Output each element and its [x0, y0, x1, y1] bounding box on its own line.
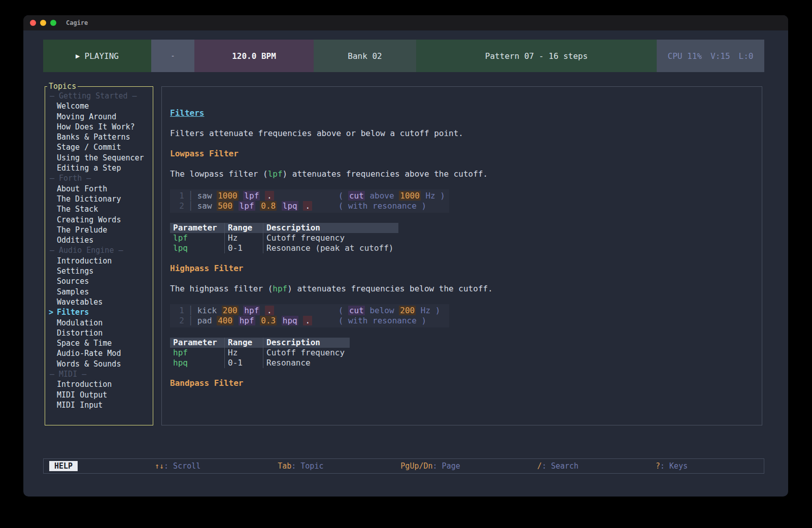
- sidebar-item-space-time[interactable]: Space & Time: [45, 338, 153, 348]
- sidebar-section-getting-started: — Getting Started —: [45, 91, 153, 101]
- help-content: FiltersFilters attenuate frequencies abo…: [162, 87, 762, 388]
- sidebar-item-banks-patterns[interactable]: Banks & Patterns: [45, 132, 153, 142]
- table-header-row: ParameterRangeDescription: [170, 223, 398, 233]
- comment-token: cut: [348, 191, 365, 201]
- code-comment: ( with resonance ): [339, 316, 426, 326]
- table-cell: Cutoff frequency: [263, 233, 398, 243]
- transport-status: ▶ PLAYING: [43, 40, 151, 72]
- code-tokens: saw 500 lpf 0.8 lpq .: [197, 201, 339, 211]
- sidebar-item-label: MIDI Input: [57, 401, 103, 410]
- doc-heading-lowpass-filter: Lowpass Filter: [170, 149, 752, 159]
- table-cell: hpf: [170, 348, 224, 358]
- line-separator: │: [188, 316, 193, 326]
- sidebar-item-label: Settings: [57, 267, 93, 276]
- table-header-cell: Range: [224, 338, 263, 348]
- key-label: /: [537, 461, 542, 471]
- sidebar-item-label: About Forth: [57, 184, 107, 193]
- table-header-cell: Description: [263, 338, 350, 348]
- key-label: PgUp/Dn: [400, 461, 432, 471]
- key-hint-keys: ?: Keys: [656, 461, 688, 471]
- code-token: 200: [222, 306, 239, 315]
- sidebar-item-welcome[interactable]: Welcome: [45, 101, 153, 111]
- line-number: 1: [176, 191, 184, 201]
- code-token: saw: [197, 201, 212, 211]
- selected-marker: >: [49, 307, 53, 317]
- sidebar-item-moving-around[interactable]: Moving Around: [45, 112, 153, 122]
- line-separator: │: [188, 201, 193, 211]
- sidebar-item-label: Using the Sequencer: [57, 153, 144, 162]
- sidebar-item-distortion[interactable]: Distortion: [45, 328, 153, 338]
- line-number: 2: [176, 316, 184, 326]
- code-tokens: saw 1000 lpf .: [197, 191, 339, 201]
- doc-heading-bandpass-filter: Bandpass Filter: [170, 378, 752, 388]
- minimize-button[interactable]: [40, 20, 46, 26]
- doc-paragraph: The lowpass filter (lpf) attenuates freq…: [170, 169, 752, 179]
- sidebar-item-stage-commit[interactable]: Stage / Commit: [45, 142, 153, 152]
- cpu-stat: CPU 11%: [668, 51, 702, 61]
- code-comment: ( cut below 200 Hz ): [339, 306, 441, 316]
- sidebar-list[interactable]: — Getting Started —WelcomeMoving AroundH…: [45, 87, 153, 425]
- sidebar-item-using-the-sequencer[interactable]: Using the Sequencer: [45, 153, 153, 163]
- sidebar-item-samples[interactable]: Samples: [45, 287, 153, 297]
- sidebar-item-label: Banks & Patterns: [57, 133, 130, 142]
- sidebar-item-introduction[interactable]: Introduction: [45, 379, 153, 389]
- sidebar-item-editing-a-step[interactable]: Editing a Step: [45, 163, 153, 173]
- code-token: 1000: [217, 191, 239, 201]
- sidebar-item-the-stack[interactable]: The Stack: [45, 204, 153, 214]
- doc-heading-highpass-filter: Highpass Filter: [170, 263, 752, 274]
- sidebar-item-how-does-it-work[interactable]: How Does It Work?: [45, 122, 153, 132]
- table-header-cell: Range: [224, 223, 263, 233]
- sidebar-item-label: Space & Time: [57, 339, 112, 348]
- sidebar-item-oddities[interactable]: Oddities: [45, 235, 153, 245]
- sidebar-section-audio-engine: — Audio Engine —: [45, 245, 153, 255]
- sidebar-item-the-prelude[interactable]: The Prelude: [45, 225, 153, 235]
- sidebar-item-midi-output[interactable]: MIDI Output: [45, 390, 153, 400]
- sidebar-item-label: — Forth —: [50, 174, 91, 183]
- bpm-display: 120.0 BPM: [194, 40, 314, 72]
- comment-token: (: [339, 306, 344, 315]
- line-number: 2: [176, 201, 184, 211]
- sidebar-item-words-sounds[interactable]: Words & Sounds: [45, 359, 153, 369]
- zoom-button[interactable]: [50, 20, 56, 26]
- sidebar-item-wavetables[interactable]: Wavetables: [45, 297, 153, 307]
- key-hint-topic: Tab: Topic: [278, 461, 323, 471]
- comment-token: (: [339, 201, 344, 211]
- window-titlebar: Cagire: [23, 15, 788, 30]
- table-row: lpq0-1Resonance (peak at cutoff): [170, 243, 398, 253]
- comment-token: cut: [348, 306, 365, 315]
- code-tokens: pad 400 hpf 0.3 hpq .: [197, 316, 339, 326]
- sidebar-item-creating-words[interactable]: Creating Words: [45, 215, 153, 225]
- play-icon: ▶: [76, 52, 80, 60]
- system-stats: CPU 11% V:15 L:0: [657, 40, 764, 72]
- paragraph-text: The lowpass filter (: [170, 169, 268, 179]
- code-example: 1│saw 1000 lpf .( cut above 1000 Hz )2│s…: [170, 189, 449, 213]
- sidebar-item-midi-input[interactable]: MIDI Input: [45, 400, 153, 410]
- sidebar-item-introduction[interactable]: Introduction: [45, 256, 153, 266]
- code-token: 400: [217, 316, 233, 325]
- close-button[interactable]: [30, 20, 36, 26]
- key-label: Tab: [278, 461, 291, 471]
- comment-token: 200: [399, 306, 416, 315]
- sidebar-item-modulation[interactable]: Modulation: [45, 318, 153, 328]
- comment-token: (: [339, 316, 344, 325]
- mode-badge: HELP: [49, 461, 78, 471]
- comment-token: resonance: [373, 316, 417, 325]
- sidebar-item-label: Wavetables: [57, 298, 103, 307]
- key-hint-bar: HELP ↑↓: ScrollTab: TopicPgUp/Dn: Page/:…: [43, 458, 764, 474]
- sidebar-item-settings[interactable]: Settings: [45, 266, 153, 276]
- paragraph-text: The highpass filter (: [170, 284, 273, 293]
- sidebar-item-label: Moving Around: [57, 112, 116, 121]
- paragraph-text: Filters attenuate frequencies above or b…: [170, 128, 463, 138]
- sidebar-item-filters[interactable]: >Filters: [45, 307, 153, 317]
- comment-token: 1000: [399, 191, 421, 201]
- code-line: 1│kick 200 hpf .( cut below 200 Hz ): [176, 306, 449, 316]
- code-line: 1│saw 1000 lpf .( cut above 1000 Hz ): [176, 191, 449, 201]
- table-header-cell: Description: [263, 223, 398, 233]
- sidebar-item-label: The Dictionary: [57, 194, 121, 204]
- sidebar-item-about-forth[interactable]: About Forth: [45, 184, 153, 194]
- sidebar-item-the-dictionary[interactable]: The Dictionary: [45, 194, 153, 204]
- sidebar-item-audio-rate-mod[interactable]: Audio-Rate Mod: [45, 348, 153, 358]
- help-content-panel[interactable]: FiltersFilters attenuate frequencies abo…: [161, 86, 762, 425]
- code-token: .: [303, 201, 312, 211]
- sidebar-item-sources[interactable]: Sources: [45, 276, 153, 286]
